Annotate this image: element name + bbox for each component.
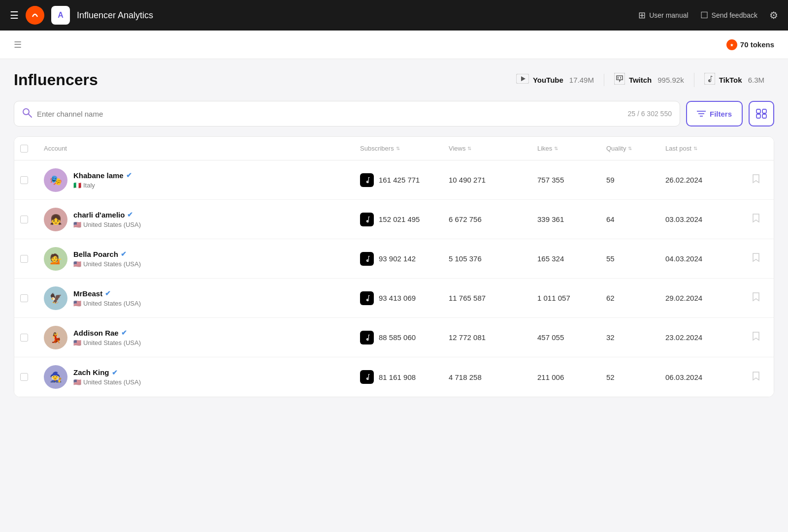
- table-body: 🎭 Khabane lame ✔ 🇮🇹 Italy 161 425 771: [14, 160, 774, 397]
- table-row: 🧙 Zach King ✔ 🇺🇸 United States (USA): [14, 357, 774, 397]
- table-row: 🎭 Khabane lame ✔ 🇮🇹 Italy 161 425 771: [14, 160, 774, 200]
- verified-badge: ✔: [121, 329, 127, 337]
- settings-icon[interactable]: ⚙: [769, 9, 778, 21]
- hamburger-menu[interactable]: ☰: [10, 9, 19, 21]
- secondary-bar: ☰ 70 tokens: [0, 31, 788, 59]
- account-country: 🇺🇸 United States (USA): [73, 300, 141, 307]
- bookmark-button[interactable]: [752, 213, 760, 225]
- verified-badge: ✔: [126, 171, 132, 179]
- svg-rect-15: [762, 109, 766, 113]
- tiktok-platform-icon: [360, 370, 374, 384]
- search-count: 25 / 6 302 550: [627, 110, 672, 118]
- platform-cell: 81 161 908: [360, 370, 449, 384]
- tiktok-platform-icon: [360, 331, 374, 344]
- th-quality[interactable]: Quality ⇅: [606, 145, 665, 152]
- platform-cell: 88 585 060: [360, 331, 449, 344]
- svg-rect-8: [704, 73, 715, 85]
- platform-stats: YouTube 17.49M Twitch 995.92k: [506, 73, 774, 87]
- account-name[interactable]: Addison Rae ✔: [73, 329, 141, 337]
- avatar: 🦅: [44, 286, 67, 310]
- bookmark-button[interactable]: [752, 371, 760, 383]
- tiktok-platform-icon: [360, 213, 374, 226]
- tokens-display: 70 tokens: [726, 39, 774, 50]
- bookmark-button[interactable]: [752, 174, 760, 186]
- filters-label: Filters: [710, 110, 732, 118]
- user-manual-icon: ⊞: [638, 10, 646, 21]
- account-cell: 🦅 MrBeast ✔ 🇺🇸 United States (USA): [44, 286, 360, 310]
- last-post-value: 04.03.2024: [665, 254, 744, 263]
- search-input[interactable]: [37, 110, 627, 118]
- views-value: 10 490 271: [449, 176, 537, 184]
- subscribers-value: 93 902 142: [379, 254, 416, 263]
- likes-value: 165 324: [537, 254, 606, 263]
- flag-icon: 🇺🇸: [73, 260, 81, 268]
- platform-tiktok[interactable]: TikTok 6.3M: [694, 73, 774, 87]
- search-row: 25 / 6 302 550 Filters: [14, 101, 774, 126]
- account-info: MrBeast ✔ 🇺🇸 United States (USA): [73, 289, 141, 307]
- account-name[interactable]: Bella Poarch ✔: [73, 250, 141, 258]
- tiktok-platform-icon: [360, 252, 374, 266]
- likes-value: 1 011 057: [537, 294, 606, 302]
- quality-sort-icon: ⇅: [628, 146, 632, 151]
- search-container: 25 / 6 302 550: [14, 101, 680, 126]
- column-settings-button[interactable]: [749, 101, 774, 126]
- send-feedback-btn[interactable]: ☐ Send feedback: [700, 10, 757, 21]
- th-likes[interactable]: Likes ⇅: [537, 145, 606, 152]
- tiktok-platform-icon: [360, 173, 374, 187]
- filters-button[interactable]: Filters: [686, 101, 743, 126]
- select-all-checkbox[interactable]: [20, 145, 28, 153]
- last-post-value: 26.02.2024: [665, 176, 744, 184]
- row-checkbox[interactable]: [20, 255, 44, 263]
- views-value: 4 718 258: [449, 373, 537, 381]
- likes-value: 757 355: [537, 176, 606, 184]
- subscribers-value: 152 021 495: [379, 215, 420, 223]
- th-subscribers[interactable]: Subscribers ⇅: [360, 145, 449, 152]
- account-country: 🇺🇸 United States (USA): [73, 378, 141, 386]
- bookmark-button[interactable]: [752, 292, 760, 304]
- verified-badge: ✔: [105, 289, 111, 297]
- th-account[interactable]: Account: [44, 145, 360, 152]
- twitch-label: Twitch: [629, 76, 652, 84]
- views-value: 12 772 081: [449, 333, 537, 342]
- likes-value: 457 055: [537, 333, 606, 342]
- account-cell: 💃 Addison Rae ✔ 🇺🇸 United States (USA): [44, 326, 360, 349]
- account-name[interactable]: MrBeast ✔: [73, 289, 141, 298]
- account-name[interactable]: Zach King ✔: [73, 368, 141, 376]
- table-row: 🦅 MrBeast ✔ 🇺🇸 United States (USA) 93: [14, 279, 774, 318]
- row-checkbox[interactable]: [20, 294, 44, 302]
- platform-cell: 161 425 771: [360, 173, 449, 187]
- quality-value: 64: [606, 215, 665, 223]
- table-row: 💁 Bella Poarch ✔ 🇺🇸 United States (USA): [14, 239, 774, 279]
- quality-value: 62: [606, 294, 665, 302]
- account-name[interactable]: Khabane lame ✔: [73, 171, 132, 180]
- row-checkbox[interactable]: [20, 176, 44, 184]
- sidebar-toggle[interactable]: ☰: [14, 39, 22, 50]
- column-settings-icon: [756, 109, 767, 119]
- bookmark-button[interactable]: [752, 252, 760, 265]
- views-value: 5 105 376: [449, 254, 537, 263]
- th-views[interactable]: Views ⇅: [449, 145, 537, 152]
- platform-twitch[interactable]: Twitch 995.92k: [604, 73, 694, 87]
- th-checkbox: [20, 145, 44, 153]
- views-value: 11 765 587: [449, 294, 537, 302]
- tiktok-label: TikTok: [719, 76, 742, 84]
- verified-badge: ✔: [121, 250, 127, 258]
- platform-youtube[interactable]: YouTube 17.49M: [506, 74, 604, 86]
- user-manual-btn[interactable]: ⊞ User manual: [638, 10, 688, 21]
- subscribers-value: 161 425 771: [379, 176, 420, 184]
- semrush-logo: [26, 6, 44, 25]
- row-checkbox[interactable]: [20, 216, 44, 223]
- flag-icon: 🇺🇸: [73, 339, 81, 346]
- table-row: 💃 Addison Rae ✔ 🇺🇸 United States (USA): [14, 318, 774, 357]
- account-country: 🇺🇸 United States (USA): [73, 260, 141, 268]
- th-last-post[interactable]: Last post ⇅: [665, 145, 744, 152]
- likes-value: 211 006: [537, 373, 606, 381]
- bookmark-button[interactable]: [752, 331, 760, 344]
- app-icon: A: [51, 6, 70, 25]
- row-checkbox[interactable]: [20, 334, 44, 342]
- account-cell: 👧 charli d'amelio ✔ 🇺🇸 United States (US…: [44, 208, 360, 231]
- row-checkbox[interactable]: [20, 373, 44, 381]
- nav-actions: ⊞ User manual ☐ Send feedback ⚙: [638, 9, 778, 21]
- account-name[interactable]: charli d'amelio ✔: [73, 211, 141, 219]
- svg-point-9: [23, 109, 29, 115]
